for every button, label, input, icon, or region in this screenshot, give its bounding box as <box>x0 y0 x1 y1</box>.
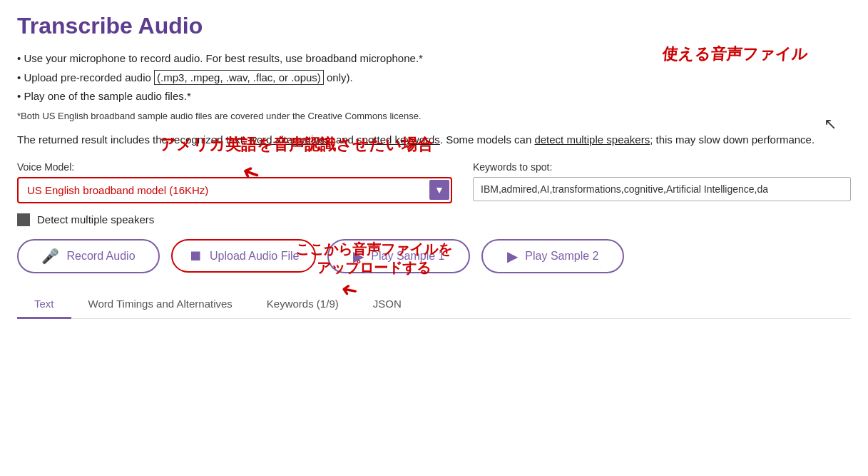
play-sample1-button[interactable]: ▶ Play Sample 1 <box>327 239 470 273</box>
detect-speakers-checkbox[interactable] <box>17 213 30 226</box>
detect-speakers-row: Detect multiple speakers <box>17 213 851 226</box>
bullet-2: Upload pre-recorded audio (.mp3, .mpeg, … <box>17 70 851 86</box>
detect-speakers-link[interactable]: detect multiple speakers <box>534 133 650 146</box>
tab-keywords[interactable]: Keywords (1/9) <box>250 290 356 319</box>
detect-speakers-label: Detect multiple speakers <box>37 213 154 226</box>
spotted-keywords-link[interactable]: spotted keywords <box>357 133 440 146</box>
play-sample2-button[interactable]: ▶ Play Sample 2 <box>481 239 624 273</box>
model-keywords-wrapper: アメリカ英語を音声認識させたい場合 ➜ Voice Model: US Engl… <box>17 161 851 203</box>
tab-text[interactable]: Text <box>17 290 71 319</box>
voice-model-display[interactable]: US English broadband model (16KHz) ▼ <box>17 177 452 203</box>
keywords-section: Keywords to spot: <box>473 161 851 201</box>
stop-icon: ⏹ <box>188 248 203 264</box>
action-buttons-row: 🎤 Record Audio ⏹ Upload Audio File ▶ Pla… <box>17 239 851 273</box>
tab-json[interactable]: JSON <box>356 290 419 319</box>
page-title: Transcribe Audio <box>17 13 851 39</box>
upload-audio-button[interactable]: ⏹ Upload Audio File <box>171 239 316 273</box>
feature-bullets: Use your microphone to record audio. For… <box>17 51 851 105</box>
upload-audio-label: Upload Audio File <box>210 250 299 263</box>
info-paragraph: The returned result includes the recogni… <box>17 131 851 148</box>
bullet-1: Use your microphone to record audio. For… <box>17 51 851 67</box>
keywords-input[interactable] <box>473 177 851 201</box>
tab-word-timings[interactable]: Word Timings and Alternatives <box>71 290 250 319</box>
bullet-3: Play one of the sample audio files.* <box>17 88 851 105</box>
microphone-icon: 🎤 <box>41 248 59 265</box>
play-sample1-label: Play Sample 1 <box>371 250 444 263</box>
voice-model-section: Voice Model: US English broadband model … <box>17 161 456 203</box>
footnote: *Both US English broadband sample audio … <box>17 111 851 121</box>
voice-model-value: US English broadband model (16KHz) <box>27 184 208 196</box>
word-alternatives-link[interactable]: word alternatives <box>249 133 330 146</box>
keywords-label: Keywords to spot: <box>473 161 851 173</box>
record-audio-label: Record Audio <box>66 250 135 263</box>
dropdown-arrow-icon[interactable]: ▼ <box>429 180 449 200</box>
main-container: Transcribe Audio Use your microphone to … <box>0 0 868 319</box>
voice-model-label: Voice Model: <box>17 161 456 173</box>
play-icon-2: ▶ <box>507 248 518 265</box>
tabs-bar: Text Word Timings and Alternatives Keywo… <box>17 290 851 319</box>
voice-keywords-row: Voice Model: US English broadband model … <box>17 161 851 203</box>
play-sample2-label: Play Sample 2 <box>525 250 598 263</box>
voice-model-select[interactable]: US English broadband model (16KHz) ▼ <box>17 177 452 203</box>
record-audio-button[interactable]: 🎤 Record Audio <box>17 239 160 273</box>
format-box: (.mp3, .mpeg, .wav, .flac, or .opus) <box>154 70 324 85</box>
play-icon-1: ▶ <box>353 248 364 265</box>
intro-section: Use your microphone to record audio. For… <box>17 51 851 105</box>
